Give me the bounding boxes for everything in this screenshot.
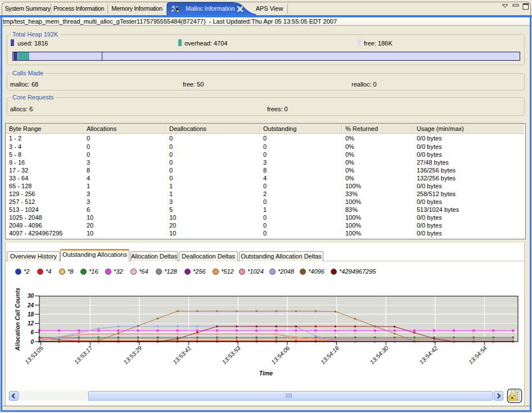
svg-text:24: 24 [27, 302, 34, 308]
svg-text:13:53:41: 13:53:41 [172, 344, 192, 365]
svg-text:13:53:17: 13:53:17 [73, 344, 94, 365]
svg-text:13:54:18: 13:54:18 [319, 344, 340, 365]
svg-text:13:53:29: 13:53:29 [122, 344, 143, 365]
svg-text:Allocation Call Counts: Allocation Call Counts [14, 288, 21, 351]
svg-text:13:53:53: 13:53:53 [220, 344, 241, 365]
svg-text:18: 18 [28, 311, 34, 317]
svg-text:13:53:05: 13:53:05 [24, 344, 44, 365]
svg-text:30: 30 [28, 293, 34, 299]
svg-text:0: 0 [30, 339, 34, 345]
svg-text:13:54:42: 13:54:42 [418, 344, 439, 365]
svg-text:13:54:06: 13:54:06 [270, 344, 291, 365]
svg-text:6: 6 [30, 329, 34, 335]
svg-text:13:54:54: 13:54:54 [467, 344, 488, 365]
svg-text:13:54:30: 13:54:30 [368, 344, 389, 365]
svg-text:Time: Time [259, 370, 273, 376]
svg-text:12: 12 [28, 320, 34, 326]
